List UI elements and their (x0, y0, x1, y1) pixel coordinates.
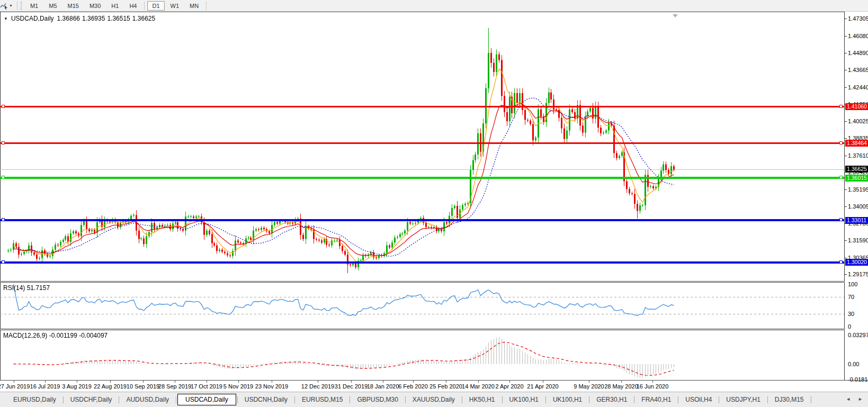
level-line-handle[interactable] (839, 176, 843, 179)
level-line-1.36015[interactable] (0, 177, 844, 179)
level-line-handle[interactable] (2, 218, 5, 221)
tab-separator (678, 396, 678, 403)
chart-title: ▼ USDCAD,Daily 1.36866 1.36935 1.36515 1… (4, 15, 155, 22)
toolbar-grip[interactable] (21, 2, 22, 10)
tab-eurusd-m15[interactable]: EURUSD,M15 (296, 394, 348, 405)
date-label: 9 May 2020 (574, 383, 604, 390)
timeframe-button-h4[interactable]: H4 (124, 1, 141, 11)
timeframe-button-m30[interactable]: M30 (85, 1, 105, 11)
tab-scroll-left-icon[interactable]: ◄ (846, 396, 851, 402)
timeframe-button-h1[interactable]: H1 (106, 1, 123, 11)
date-label: 27 Jun 2019 (0, 383, 30, 390)
level-line-handle[interactable] (2, 105, 5, 108)
date-tick (652, 381, 653, 383)
level-line-1.41060[interactable] (0, 106, 844, 107)
price-tick (845, 36, 847, 37)
timeframe-button-mn[interactable]: MN (185, 1, 203, 11)
level-line-handle[interactable] (839, 105, 843, 108)
tab-usoil-h4[interactable]: USOil,H4 (679, 394, 718, 405)
tab-eurusd-daily[interactable]: EURUSD,Daily (7, 394, 62, 405)
date-tick (175, 381, 175, 383)
level-price-label: 1.38464 (845, 140, 868, 147)
date-label: 22 Aug 2019 (94, 383, 127, 390)
level-line-handle[interactable] (839, 218, 843, 221)
tab-usdcad-daily[interactable]: USDCAD,Daily (177, 394, 236, 405)
date-tick (413, 381, 414, 383)
level-line-handle[interactable] (2, 141, 5, 144)
date-label: 16 Jul 2019 (30, 383, 60, 390)
date-axis[interactable]: 27 Jun 201916 Jul 20193 Aug 201922 Aug 2… (0, 380, 868, 392)
date-label: 31 Dec 2019 (335, 383, 368, 390)
price-tick (845, 240, 847, 241)
macd-tick-label: 0.00 (848, 361, 859, 367)
tab-gbpusd-m30[interactable]: GBPUSD,M30 (351, 394, 404, 405)
date-label: 23 Nov 2019 (255, 383, 288, 390)
price-tick-label: 1.31590 (848, 237, 868, 243)
price-tick-label: 1.47305 (848, 15, 868, 22)
timeframe-button-w1[interactable]: W1 (166, 1, 184, 11)
rsi-canvas[interactable] (0, 283, 845, 329)
rsi-tick-label: 70 (848, 294, 854, 300)
tab-xauusd-daily[interactable]: XAUUSD,Daily (407, 394, 461, 405)
date-label: 16 Jun 2020 (637, 383, 669, 390)
timeframe-button-m15[interactable]: M15 (63, 1, 84, 11)
price-tick (845, 121, 847, 122)
timeframe-group: M1M5M15M30H1H4 (25, 1, 142, 11)
tab-fra40-h1[interactable]: FRA40,H1 (636, 394, 677, 405)
date-tick (351, 381, 352, 383)
tab-usdchf-daily[interactable]: USDCHF,Daily (65, 394, 118, 405)
date-tick (543, 381, 543, 383)
chart-shift-marker-icon[interactable] (673, 14, 678, 17)
tab-usdjpy-h1[interactable]: USDJPY,H1 (720, 394, 766, 405)
price-tick-label: 1.35195 (848, 186, 868, 193)
tab-uk100-h1[interactable]: UK100,H1 (504, 394, 544, 405)
price-tick (845, 138, 847, 139)
date-label: 17 Oct 2019 (191, 383, 222, 390)
price-tick (845, 53, 847, 53)
date-tick (509, 381, 510, 383)
dropdown-chevron-icon[interactable]: ▼ (9, 4, 13, 7)
tab-ger30-h1[interactable]: GER30,H1 (590, 394, 633, 405)
toolbar-separator (206, 2, 207, 10)
tab-uk100-h1[interactable]: UK100,H1 (547, 394, 588, 405)
date-tick (45, 381, 46, 383)
collapse-arrow-icon[interactable]: ▼ (4, 16, 8, 21)
tab-scroll-arrows: ◄► (846, 396, 863, 402)
timeframe-button-m1[interactable]: M1 (25, 1, 43, 11)
macd-canvas[interactable] (0, 330, 845, 380)
tab-usdcnh-daily[interactable]: USDCNH,Daily (239, 394, 293, 405)
level-line-1.38464[interactable] (0, 142, 844, 144)
rsi-tick-label: 0 (848, 323, 851, 330)
macd-label: MACD(12,26,9) -0.001199 -0.004097 (3, 332, 108, 339)
main-chart-canvas[interactable] (0, 12, 845, 281)
date-label: 18 Jan 2020 (367, 383, 399, 390)
tab-audusd-daily[interactable]: AUDUSD,Daily (120, 394, 175, 405)
timeframe-button-d1[interactable]: D1 (147, 1, 164, 11)
timeframe-group: D1W1MN (147, 1, 204, 11)
tab-dj30-m15[interactable]: DJ30,M15 (769, 394, 810, 405)
price-tick-label: 1.40025 (848, 118, 868, 124)
price-tick (845, 70, 847, 70)
tab-separator (462, 396, 462, 403)
tab-separator (237, 396, 238, 403)
date-label: 5 Nov 2019 (223, 383, 253, 390)
level-line-1.33011[interactable] (0, 219, 844, 221)
price-tick (845, 274, 847, 275)
level-line-handle[interactable] (839, 141, 843, 144)
level-line-handle[interactable] (2, 176, 5, 179)
date-tick (621, 381, 622, 383)
tab-scroll-right-icon[interactable]: ► (858, 396, 863, 402)
crosshair-tool-icon[interactable] (0, 2, 8, 10)
price-tick-label: 1.46080 (848, 33, 868, 39)
date-tick (77, 381, 77, 383)
level-line-1.30020[interactable] (0, 261, 844, 264)
date-label: 14 Mar 2020 (462, 383, 495, 390)
symbol-period-label: USDCAD,Daily (11, 15, 54, 22)
price-tick (845, 156, 847, 156)
level-line-handle[interactable] (2, 260, 5, 264)
price-axis[interactable]: 1.473051.460801.448901.436651.424401.412… (845, 12, 868, 380)
level-line-handle[interactable] (839, 260, 843, 264)
timeframe-button-m5[interactable]: M5 (44, 1, 61, 11)
tab-hk50-h1[interactable]: HK50,H1 (463, 394, 501, 405)
toolbar: ▼ M1M5M15M30H1H4 D1W1MN (0, 0, 868, 12)
